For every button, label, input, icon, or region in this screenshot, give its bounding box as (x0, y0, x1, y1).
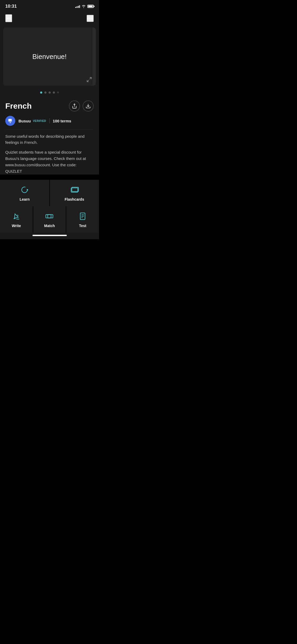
expand-icon[interactable] (86, 77, 92, 82)
flashcards-button[interactable]: Flashcards (50, 180, 99, 206)
author-name: Busuu (18, 119, 31, 123)
back-button[interactable]: ← (5, 14, 12, 22)
dot-3 (49, 91, 51, 94)
nav-bar: ← ··· (0, 11, 99, 25)
flashcards-icon (70, 185, 79, 195)
set-title: French (5, 102, 32, 111)
download-button[interactable] (83, 100, 94, 112)
status-icons (75, 5, 94, 8)
busuu-avatar-icon (7, 118, 13, 124)
match-icon (45, 211, 54, 221)
author-row: Busuu VERIFIED 100 terms (5, 116, 94, 130)
dot-2 (44, 91, 46, 94)
verified-badge: VERIFIED (33, 119, 46, 122)
svg-rect-12 (48, 215, 53, 218)
study-modes-bottom: Write Match Test (0, 206, 99, 233)
content-section: French (0, 96, 99, 174)
title-actions (69, 100, 94, 112)
match-button[interactable]: Match (33, 206, 66, 233)
svg-line-10 (17, 215, 18, 216)
status-time: 10:31 (5, 4, 17, 9)
author-divider (49, 118, 50, 123)
learn-label: Learn (20, 197, 30, 201)
dot-5 (57, 91, 59, 93)
home-indicator (0, 233, 99, 239)
set-description: Some useful words for describing people … (5, 134, 94, 145)
card-container: Bienvenue! (0, 25, 99, 88)
test-icon (78, 211, 87, 221)
dot-1 (40, 91, 42, 94)
test-label: Test (79, 224, 86, 228)
write-button[interactable]: Write (0, 206, 33, 233)
title-row: French (5, 100, 94, 112)
svg-rect-4 (8, 119, 12, 122)
status-bar: 10:31 (0, 0, 99, 11)
author-info: Busuu VERIFIED (18, 119, 46, 123)
card-text: Bienvenue! (32, 53, 67, 61)
svg-line-1 (87, 80, 89, 82)
match-label: Match (44, 224, 55, 228)
svg-line-0 (90, 77, 91, 79)
share-icon (72, 103, 77, 109)
learn-button[interactable]: Learn (0, 180, 49, 206)
dot-4 (53, 91, 55, 94)
flashcards-label: Flashcards (65, 197, 84, 201)
share-button[interactable] (69, 100, 80, 112)
study-modes-top: Learn Flashcards (0, 180, 99, 206)
more-button[interactable]: ··· (87, 15, 94, 22)
promo-text: Quizlet students have a special discount… (5, 149, 94, 174)
svg-point-5 (22, 187, 27, 193)
write-icon (12, 211, 21, 221)
battery-icon (87, 5, 94, 8)
wifi-icon (82, 5, 86, 8)
author-avatar (5, 116, 15, 126)
card-dots (0, 88, 99, 96)
learn-icon (20, 185, 29, 195)
card-edge (93, 27, 96, 86)
flashcard-main[interactable]: Bienvenue! (3, 27, 96, 86)
terms-count: 100 terms (53, 119, 71, 123)
download-icon (86, 103, 91, 109)
home-bar (32, 235, 67, 236)
signal-icon (75, 5, 80, 8)
test-button[interactable]: Test (66, 206, 99, 233)
write-label: Write (12, 224, 21, 228)
svg-rect-11 (46, 215, 51, 218)
svg-point-6 (27, 189, 28, 190)
